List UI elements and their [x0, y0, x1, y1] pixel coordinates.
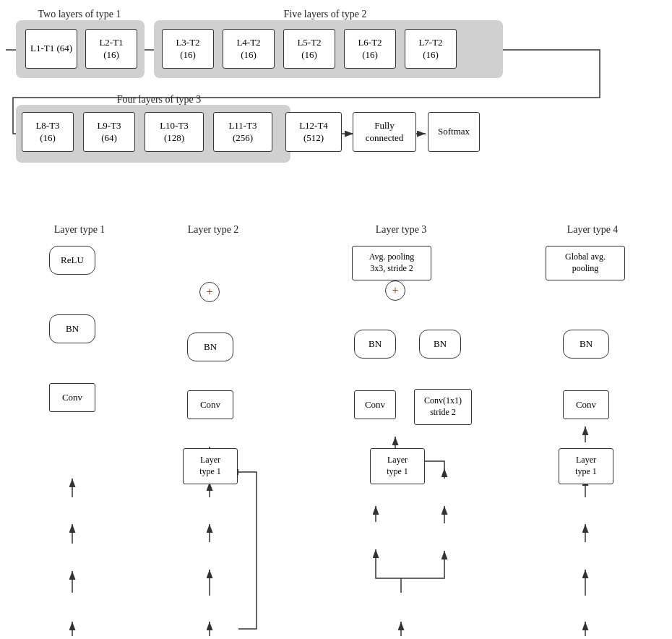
group-type1-label: Two layers of type 1: [18, 9, 141, 20]
lt3-title: Layer type 3: [347, 224, 455, 236]
node-l8t3: L8-T3(16): [22, 112, 74, 152]
node-l9t3: L9-T3(64): [83, 112, 135, 152]
lt4-conv: Conv: [563, 390, 609, 419]
node-l11t3: L11-T3(256): [213, 112, 272, 152]
lt3-bn-right: BN: [419, 330, 461, 359]
lt4-gap: Global avg.pooling: [546, 246, 625, 280]
lt2-conv: Conv: [187, 390, 233, 419]
node-l5t2: L5-T2(16): [283, 29, 335, 69]
lt3-plus: +: [385, 280, 405, 301]
lt2-bn: BN: [187, 333, 233, 361]
group-type2-label: Five layers of type 2: [224, 9, 426, 20]
node-l2t1: L2-T1(16): [85, 29, 137, 69]
node-l1t1: L1-T1 (64): [25, 29, 77, 69]
lt3-lt1: Layertype 1: [370, 448, 425, 484]
lt3-avgpool: Avg. pooling3x3, stride 2: [352, 246, 431, 280]
lt2-title: Layer type 2: [166, 224, 260, 236]
lt3-conv1x1: Conv(1x1)stride 2: [414, 389, 472, 425]
lt1-bn: BN: [49, 314, 95, 343]
diagram-container: Two layers of type 1 Five layers of type…: [0, 0, 672, 639]
node-l3t2: L3-T2(16): [162, 29, 214, 69]
node-l10t3: L10-T3(128): [145, 112, 204, 152]
lt4-lt1: Layertype 1: [559, 448, 613, 484]
lt3-bn-left: BN: [354, 330, 396, 359]
lt2-plus: +: [199, 282, 220, 302]
lt1-title: Layer type 1: [36, 224, 123, 236]
node-fc: Fullyconnected: [353, 112, 416, 152]
node-l6t2: L6-T2(16): [344, 29, 396, 69]
node-softmax: Softmax: [428, 112, 480, 152]
lt3-conv-left: Conv: [354, 390, 396, 419]
group-type3-label: Four layers of type 3: [65, 94, 253, 106]
lt4-bn: BN: [563, 330, 609, 359]
lt2-lt1: Layertype 1: [183, 448, 238, 484]
node-l7t2: L7-T2(16): [405, 29, 457, 69]
node-l4t2: L4-T2(16): [223, 29, 275, 69]
lt1-relu: ReLU: [49, 246, 95, 275]
lt1-conv: Conv: [49, 383, 95, 412]
lt4-title: Layer type 4: [542, 224, 643, 236]
node-l12t4: L12-T4(512): [285, 112, 342, 152]
